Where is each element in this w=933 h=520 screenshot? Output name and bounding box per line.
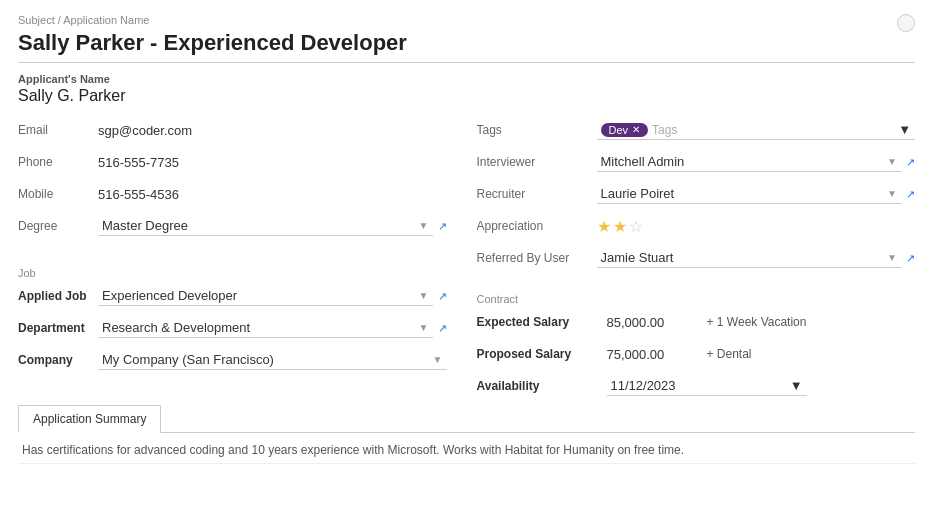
tags-row: Tags Dev ✕ Tags ▼ <box>477 117 916 143</box>
interviewer-label: Interviewer <box>477 155 597 169</box>
company-row: Company My Company (San Francisco) ▼ <box>18 347 447 373</box>
proposed-salary-label: Proposed Salary <box>477 347 607 361</box>
star-3[interactable]: ☆ <box>629 217 643 236</box>
phone-row: Phone 516-555-7735 <box>18 149 447 175</box>
appreciation-label: Appreciation <box>477 219 597 233</box>
availability-arrow: ▼ <box>790 378 803 393</box>
availability-row: Availability 11/12/2023 ▼ <box>477 373 916 399</box>
left-column: Email sgp@coder.com Phone 516-555-7735 M… <box>18 117 467 405</box>
department-label: Department <box>18 321 98 335</box>
proposed-salary-row: Proposed Salary 75,000.00 + Dental <box>477 341 916 367</box>
applied-job-value: Experienced Developer <box>102 288 415 303</box>
star-2[interactable]: ★ <box>613 217 627 236</box>
tabs-bar: Application Summary <box>18 405 915 433</box>
availability-value: 11/12/2023 <box>611 378 676 393</box>
interviewer-select[interactable]: Mitchell Admin ▼ <box>597 152 902 172</box>
referred-select[interactable]: Jamie Stuart ▼ <box>597 248 902 268</box>
page-title: Sally Parker - Experienced Developer <box>18 30 915 63</box>
degree-link-icon[interactable]: ↗ <box>438 220 447 233</box>
mobile-row: Mobile 516-555-4536 <box>18 181 447 207</box>
appreciation-row: Appreciation ★ ★ ☆ <box>477 213 916 239</box>
recruiter-row: Recruiter Laurie Poiret ▼ ↗ <box>477 181 916 207</box>
applicant-name: Sally G. Parker <box>18 87 915 105</box>
department-row: Department Research & Development ▼ ↗ <box>18 315 447 341</box>
interviewer-arrow: ▼ <box>887 156 897 167</box>
expected-salary-value: 85,000.00 <box>607 315 697 330</box>
main-fields: Email sgp@coder.com Phone 516-555-7735 M… <box>18 117 915 405</box>
referred-value: Jamie Stuart <box>601 250 884 265</box>
applied-job-row: Applied Job Experienced Developer ▼ ↗ <box>18 283 447 309</box>
referred-arrow: ▼ <box>887 252 897 263</box>
proposed-salary-extra: + Dental <box>707 347 752 361</box>
expected-salary-label: Expected Salary <box>477 315 607 329</box>
recruiter-label: Recruiter <box>477 187 597 201</box>
degree-label: Degree <box>18 219 98 233</box>
recruiter-link-icon[interactable]: ↗ <box>906 188 915 201</box>
tag-dev: Dev ✕ <box>601 123 649 137</box>
availability-select[interactable]: 11/12/2023 ▼ <box>607 376 807 396</box>
recruiter-value: Laurie Poiret <box>601 186 884 201</box>
expected-salary-row: Expected Salary 85,000.00 + 1 Week Vacat… <box>477 309 916 335</box>
tags-field[interactable]: Dev ✕ Tags ▼ <box>597 120 916 140</box>
phone-value: 516-555-7735 <box>98 155 447 170</box>
applied-job-link-icon[interactable]: ↗ <box>438 290 447 303</box>
referred-link-icon[interactable]: ↗ <box>906 252 915 265</box>
star-1[interactable]: ★ <box>597 217 611 236</box>
email-label: Email <box>18 123 98 137</box>
department-value: Research & Development <box>102 320 415 335</box>
right-column: Tags Dev ✕ Tags ▼ Interviewer Mitchell A… <box>467 117 916 405</box>
appreciation-stars[interactable]: ★ ★ ☆ <box>597 217 643 236</box>
department-arrow: ▼ <box>419 322 429 333</box>
company-arrow: ▼ <box>433 354 443 365</box>
recruiter-arrow: ▼ <box>887 188 897 199</box>
page-container: Subject / Application Name Sally Parker … <box>0 0 933 478</box>
status-circle <box>897 14 915 32</box>
tab-application-summary[interactable]: Application Summary <box>18 405 161 433</box>
mobile-label: Mobile <box>18 187 98 201</box>
company-value: My Company (San Francisco) <box>102 352 429 367</box>
referred-label: Referred By User <box>477 251 597 265</box>
tags-label: Tags <box>477 123 597 137</box>
contract-section-title: Contract <box>477 293 916 305</box>
expected-salary-extra: + 1 Week Vacation <box>707 315 807 329</box>
applied-job-label: Applied Job <box>18 289 98 303</box>
interviewer-value: Mitchell Admin <box>601 154 884 169</box>
job-section-title: Job <box>18 267 447 279</box>
mobile-value: 516-555-4536 <box>98 187 447 202</box>
summary-section: Has certifications for advanced coding a… <box>18 433 915 464</box>
department-link-icon[interactable]: ↗ <box>438 322 447 335</box>
degree-select-value: Master Degree <box>102 218 415 233</box>
email-value: sgp@coder.com <box>98 123 447 138</box>
company-label: Company <box>18 353 98 367</box>
tags-dropdown-icon: ▼ <box>898 122 911 137</box>
degree-row: Degree Master Degree ▼ ↗ <box>18 213 447 239</box>
tags-placeholder: Tags <box>652 123 677 137</box>
summary-text: Has certifications for advanced coding a… <box>22 443 684 457</box>
recruiter-select[interactable]: Laurie Poiret ▼ <box>597 184 902 204</box>
applied-job-arrow: ▼ <box>419 290 429 301</box>
degree-dropdown-icon: ▼ <box>419 220 429 231</box>
availability-label: Availability <box>477 379 607 393</box>
applicant-name-label: Applicant's Name <box>18 73 915 85</box>
company-select[interactable]: My Company (San Francisco) ▼ <box>98 350 447 370</box>
proposed-salary-value: 75,000.00 <box>607 347 697 362</box>
referred-row: Referred By User Jamie Stuart ▼ ↗ <box>477 245 916 271</box>
email-row: Email sgp@coder.com <box>18 117 447 143</box>
phone-label: Phone <box>18 155 98 169</box>
department-select[interactable]: Research & Development ▼ <box>98 318 433 338</box>
interviewer-link-icon[interactable]: ↗ <box>906 156 915 169</box>
interviewer-row: Interviewer Mitchell Admin ▼ ↗ <box>477 149 916 175</box>
applied-job-select[interactable]: Experienced Developer ▼ <box>98 286 433 306</box>
tag-dev-text: Dev <box>609 124 629 136</box>
degree-select[interactable]: Master Degree ▼ <box>98 216 433 236</box>
breadcrumb: Subject / Application Name <box>18 14 915 26</box>
tag-close-icon[interactable]: ✕ <box>632 124 640 135</box>
